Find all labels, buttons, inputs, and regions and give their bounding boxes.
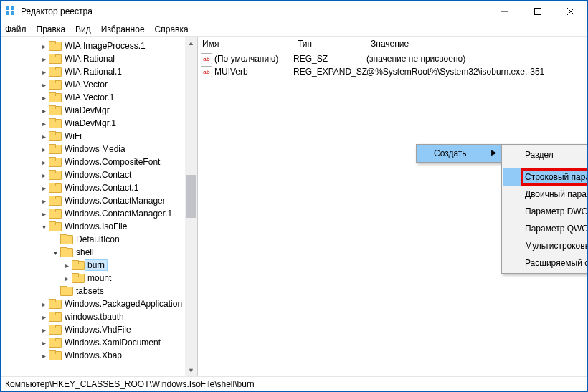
ctx-separator [505, 166, 587, 166]
col-name[interactable]: Имя [198, 37, 293, 52]
chevron-right-icon[interactable] [62, 274, 71, 282]
folder-icon [49, 221, 60, 231]
chevron-right-icon[interactable] [39, 120, 48, 128]
tree-item[interactable]: Windows.PackagedApplication [1, 297, 197, 310]
chevron-right-icon[interactable] [39, 133, 48, 140]
chevron-right-icon[interactable] [39, 107, 48, 115]
chevron-right-icon[interactable] [39, 145, 48, 153]
chevron-right-icon[interactable] [39, 352, 48, 360]
tree-item[interactable]: WIA.Rational [1, 52, 197, 65]
tree-item[interactable]: WiaDevMgr.1 [1, 117, 197, 130]
svg-rect-0 [6, 6, 9, 10]
tree-item[interactable]: WIA.Rational.1 [1, 65, 197, 78]
context-submenu-new: Раздел Строковый параметр Двоичный парам… [501, 144, 587, 274]
chevron-right-icon[interactable] [39, 339, 48, 347]
tree-item[interactable]: WIA.Vector.1 [1, 91, 197, 104]
folder-icon [49, 67, 60, 77]
svg-rect-3 [11, 11, 14, 15]
scroll-up-icon[interactable]: ▲ [185, 37, 197, 49]
ctx-new-expandstring[interactable]: Расширяемый строковый параметр [503, 254, 587, 272]
chevron-right-icon[interactable] [39, 313, 48, 321]
titlebar[interactable]: Редактор реестра [1, 1, 587, 22]
scroll-down-icon[interactable]: ▼ [185, 364, 197, 376]
ctx-new-string[interactable]: Строковый параметр [503, 168, 587, 186]
ctx-new-binary[interactable]: Двоичный параметр [503, 186, 587, 203]
chevron-down-icon[interactable] [51, 249, 60, 257]
col-value[interactable]: Значение [366, 37, 587, 52]
chevron-right-icon[interactable] [39, 197, 48, 205]
menu-edit[interactable]: Правка [37, 24, 66, 34]
values-pane[interactable]: Имя Тип Значение ab(По умолчанию)REG_SZ(… [198, 37, 587, 376]
tree-item[interactable]: Windows.VhdFile [1, 323, 197, 336]
ctx-new-multistring[interactable]: Мультистроковый параметр [503, 237, 587, 254]
chevron-right-icon[interactable] [39, 171, 48, 179]
tree-item[interactable]: Windows.Xbap [1, 349, 197, 362]
chevron-right-icon[interactable] [39, 210, 48, 218]
ctx-new-key[interactable]: Раздел [503, 146, 587, 163]
folder-icon [60, 234, 72, 244]
folder-icon [49, 209, 60, 219]
tree-item[interactable]: WiFi [1, 130, 197, 143]
tree-item[interactable]: WIA.Vector [1, 78, 197, 91]
chevron-right-icon[interactable] [39, 42, 48, 50]
chevron-right-icon[interactable] [39, 55, 48, 63]
chevron-right-icon[interactable] [39, 81, 48, 89]
chevron-right-icon[interactable] [62, 262, 71, 269]
tree-item[interactable]: Windows.CompositeFont [1, 156, 197, 168]
chevron-right-icon[interactable] [39, 68, 48, 76]
folder-icon [49, 118, 60, 128]
tree-item-label: WIA.Vector [62, 80, 110, 90]
chevron-right-icon[interactable] [39, 300, 48, 308]
registry-editor-window: Редактор реестра Файл Правка Вид Избранн… [0, 0, 588, 392]
value-data: (значение не присвоено) [366, 54, 587, 64]
tree-item[interactable]: DefaultIcon [1, 233, 197, 246]
folder-icon [49, 183, 60, 193]
tree-item[interactable]: Windows Media [1, 143, 197, 156]
folder-icon [72, 260, 83, 270]
tree-item[interactable]: Windows.Contact [1, 168, 197, 181]
tree-item[interactable]: Windows.ContactManager [1, 194, 197, 207]
tree-item-label: Windows.PackagedApplication [62, 299, 184, 309]
chevron-right-icon[interactable] [39, 326, 48, 334]
tree-item[interactable]: WIA.ImageProcess.1 [1, 39, 197, 52]
menu-favorites[interactable]: Избранное [101, 24, 145, 34]
tree-item-label: WiFi [62, 131, 84, 141]
tree-item[interactable]: Windows.Contact.1 [1, 181, 197, 194]
minimize-button[interactable] [488, 1, 521, 22]
folder-icon [49, 80, 60, 90]
close-button[interactable] [554, 1, 587, 22]
menu-file[interactable]: Файл [5, 24, 27, 34]
folder-icon [49, 144, 60, 154]
tree-item[interactable]: WiaDevMgr [1, 104, 197, 117]
tree-item[interactable]: Windows.ContactManager.1 [1, 207, 197, 220]
svg-rect-2 [6, 11, 9, 15]
menu-view[interactable]: Вид [75, 24, 91, 34]
tree-item[interactable]: tabsets [1, 285, 197, 297]
tree-item[interactable]: mount [1, 272, 197, 285]
ctx-new-dword[interactable]: Параметр DWORD (32 бита) [503, 203, 587, 220]
ctx-new-qword[interactable]: Параметр QWORD (64 бита) [503, 220, 587, 237]
maximize-button[interactable] [521, 1, 554, 22]
value-row[interactable]: ab(По умолчанию)REG_SZ(значение не присв… [198, 52, 587, 65]
chevron-right-icon[interactable] [39, 158, 48, 166]
tree-item[interactable]: windows.tbauth [1, 310, 197, 323]
statusbar: Компьютер\HKEY_CLASSES_ROOT\Windows.IsoF… [1, 376, 587, 391]
tree-item-label: DefaultIcon [74, 234, 122, 244]
tree-item[interactable]: Windows.XamlDocument [1, 336, 197, 349]
chevron-right-icon[interactable] [39, 184, 48, 192]
svg-rect-5 [535, 9, 541, 15]
tree-item[interactable]: Windows.IsoFile [1, 220, 197, 233]
menu-help[interactable]: Справка [155, 24, 189, 34]
tree-item-label: shell [74, 247, 96, 257]
scroll-thumb[interactable] [186, 175, 196, 218]
ctx-new[interactable]: Создать ▶ [417, 145, 501, 162]
chevron-down-icon[interactable] [39, 223, 48, 231]
tree-item[interactable]: shell [1, 246, 197, 259]
chevron-right-icon[interactable] [39, 94, 48, 102]
tree-item[interactable]: burn [1, 259, 197, 272]
tree-scrollbar[interactable]: ▲ ▼ [185, 37, 197, 376]
tree-pane[interactable]: WIA.ImageProcess.1WIA.RationalWIA.Ration… [1, 37, 198, 376]
menubar: Файл Правка Вид Избранное Справка [1, 22, 587, 37]
value-row[interactable]: abMUIVerbREG_EXPAND_SZ@%SystemRoot%\Syst… [198, 65, 587, 78]
col-type[interactable]: Тип [293, 37, 366, 52]
